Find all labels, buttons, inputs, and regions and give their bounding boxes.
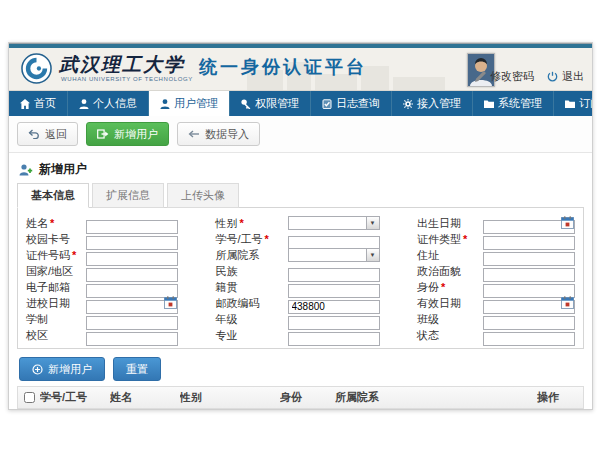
change-password-label: 修改密码	[490, 69, 534, 84]
form-column-3: 出生日期证件类型*住址政治面貌身份*有效日期班级状态	[417, 216, 575, 342]
nav-item-access-management[interactable]: 接入管理	[392, 91, 473, 116]
dropdown-arrow-icon[interactable]: ▼	[366, 249, 379, 261]
nav-item-label: 权限管理	[255, 96, 299, 111]
campus-input[interactable]	[86, 332, 178, 346]
gender-label: 性别*	[216, 216, 288, 231]
submit-add-user-label: 新增用户	[48, 362, 92, 377]
change-password-link[interactable]: 修改密码	[475, 69, 534, 84]
form-field-political-status: 政治面貌	[417, 264, 575, 278]
required-asterisk: *	[441, 281, 445, 293]
identity-label: 身份*	[417, 280, 483, 295]
valid-date-field	[483, 296, 575, 310]
required-asterisk: *	[50, 217, 54, 229]
form-field-student-staff-id: 学号/工号*	[216, 232, 380, 246]
form-column-1: 姓名*校园卡号证件号码*国家/地区电子邮箱进校日期学制校区	[26, 216, 178, 342]
logout-link[interactable]: 退出	[547, 69, 584, 84]
address-field	[483, 248, 575, 262]
nav-item-label: 首页	[34, 96, 56, 111]
form-field-id-type: 证件类型*	[417, 232, 575, 246]
gear-icon	[403, 99, 413, 109]
schooling-length-field	[86, 312, 178, 326]
postal-code-field	[288, 296, 380, 310]
tab-upload-avatar[interactable]: 上传头像	[167, 183, 239, 208]
nav-item-system-management[interactable]: 系统管理	[473, 91, 554, 116]
campus-card-number-field	[86, 232, 178, 246]
form-field-address: 住址	[417, 248, 575, 262]
campus-card-number-label: 校园卡号	[26, 232, 86, 247]
form-field-country-region: 国家/地区	[26, 264, 178, 278]
form-field-grade: 年级	[216, 312, 380, 326]
ethnicity-field	[288, 264, 380, 278]
calendar-icon[interactable]	[561, 216, 574, 229]
form-field-name: 姓名*	[26, 216, 178, 230]
reset-button[interactable]: 重置	[113, 357, 161, 381]
tab-extended-info[interactable]: 扩展信息	[92, 183, 164, 208]
nav-item-profile[interactable]: 个人信息	[68, 91, 149, 116]
app-window: 武汉理工大学 WUHAN UNIVERSITY OF TECHNOLOGY 统一…	[8, 42, 593, 410]
form-field-major: 专业	[216, 328, 380, 342]
campus-label: 校区	[26, 328, 86, 343]
section-header: 新增用户	[19, 161, 582, 178]
form-panel: 姓名*校园卡号证件号码*国家/地区电子邮箱进校日期学制校区性别*▼学号/工号*所…	[17, 207, 584, 349]
major-input[interactable]	[288, 332, 380, 346]
campus-field	[86, 328, 178, 342]
add-user-toolbar-button[interactable]: 新增用户	[86, 122, 169, 146]
country-region-field	[86, 264, 178, 278]
table-header-2: 姓名	[110, 390, 180, 405]
form-field-schooling-length: 学制	[26, 312, 178, 326]
nav-item-user-management[interactable]: 用户管理	[149, 91, 230, 116]
form-field-birth-date: 出生日期	[417, 216, 575, 230]
id-number-label: 证件号码*	[26, 248, 86, 263]
university-name: 武汉理工大学	[59, 52, 185, 78]
postal-code-label: 邮政编码	[216, 296, 288, 311]
nav-item-label: 日志查询	[336, 96, 380, 111]
form-field-identity: 身份*	[417, 280, 575, 294]
status-field	[483, 328, 575, 342]
form-grid: 姓名*校园卡号证件号码*国家/地区电子邮箱进校日期学制校区性别*▼学号/工号*所…	[26, 216, 575, 342]
form-field-native-place: 籍贯	[216, 280, 380, 294]
email-field	[86, 280, 178, 294]
nav-item-permission-management[interactable]: 权限管理	[230, 91, 311, 116]
nav-item-subscription-management[interactable]: 订阅管理	[554, 91, 593, 116]
nav-item-home[interactable]: 首页	[9, 91, 68, 116]
university-logo	[21, 53, 52, 84]
native-place-label: 籍贯	[216, 280, 288, 295]
section-title: 新增用户	[39, 161, 87, 178]
pencil-icon	[475, 71, 486, 82]
required-asterisk: *	[240, 217, 244, 229]
department-select[interactable]: ▼	[288, 248, 380, 262]
calendar-icon[interactable]	[561, 296, 574, 309]
major-field	[288, 328, 380, 342]
major-label: 专业	[216, 328, 288, 343]
status-input[interactable]	[483, 332, 575, 346]
table-header-4: 身份	[280, 390, 335, 405]
select-all-checkbox[interactable]	[24, 392, 35, 403]
header-links: 修改密码 退出	[475, 69, 584, 84]
add-user-toolbar-label: 新增用户	[114, 127, 158, 142]
form-column-2: 性别*▼学号/工号*所属院系▼民族籍贯邮政编码年级专业	[216, 216, 380, 342]
id-type-field	[483, 232, 575, 246]
data-import-button[interactable]: 数据导入	[177, 122, 260, 146]
class-label: 班级	[417, 312, 483, 327]
gender-select[interactable]: ▼	[288, 216, 380, 230]
form-field-status: 状态	[417, 328, 575, 342]
form-field-gender: 性别*▼	[216, 216, 380, 230]
power-icon	[547, 71, 558, 82]
submit-add-user-button[interactable]: 新增用户	[19, 357, 105, 381]
calendar-icon[interactable]	[164, 296, 177, 309]
id-type-label: 证件类型*	[417, 232, 483, 247]
reset-button-label: 重置	[126, 362, 148, 377]
user-icon	[79, 99, 89, 109]
tab-basic-info[interactable]: 基本信息	[17, 183, 89, 208]
id-number-field	[86, 248, 178, 262]
form-actions: 新增用户 重置	[19, 357, 582, 381]
nav-item-log-query[interactable]: 日志查询	[311, 91, 392, 116]
back-button[interactable]: 返回	[17, 122, 78, 146]
platform-title: 统一身份认证平台	[199, 55, 367, 79]
name-field	[86, 216, 178, 230]
form-field-campus: 校区	[26, 328, 178, 342]
dropdown-arrow-icon[interactable]: ▼	[366, 217, 379, 229]
table-empty-body	[18, 409, 583, 410]
nav-item-label: 接入管理	[417, 96, 461, 111]
native-place-field	[288, 280, 380, 294]
